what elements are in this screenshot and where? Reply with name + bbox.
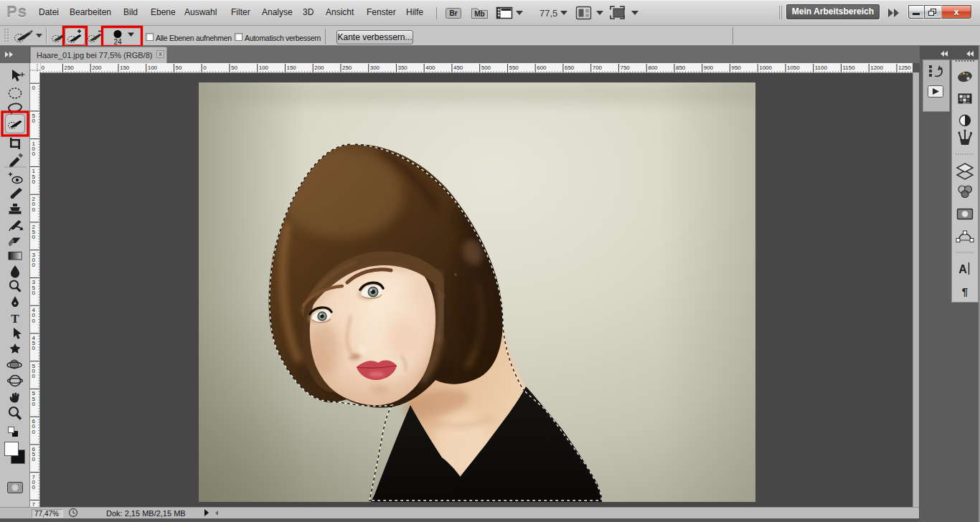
svg-text:350: 350 [397, 65, 407, 71]
svg-text:300: 300 [370, 65, 380, 71]
svg-text:250: 250 [32, 224, 36, 240]
svg-text:600: 600 [32, 418, 36, 435]
svg-text:50: 50 [231, 65, 237, 71]
svg-text:500: 500 [481, 65, 491, 71]
svg-text:650: 650 [565, 65, 575, 71]
svg-text:T: T [11, 312, 19, 326]
svg-text:750: 750 [32, 501, 36, 507]
svg-text:950: 950 [731, 65, 741, 71]
svg-text:100: 100 [32, 141, 36, 157]
svg-text:800: 800 [648, 65, 658, 71]
svg-text:1050: 1050 [787, 65, 800, 71]
svg-text:0: 0 [203, 65, 207, 71]
svg-text:550: 550 [32, 390, 36, 407]
svg-text:400: 400 [32, 307, 36, 323]
svg-text:1150: 1150 [842, 65, 855, 71]
svg-text:350: 350 [32, 279, 36, 295]
svg-text:0: 0 [32, 85, 36, 91]
svg-text:¶: ¶ [962, 285, 968, 298]
svg-text:100: 100 [259, 65, 269, 71]
svg-text:1250: 1250 [898, 65, 911, 71]
svg-text:1200: 1200 [870, 65, 883, 71]
svg-text:200: 200 [32, 196, 36, 212]
svg-text:750: 750 [620, 65, 630, 71]
svg-text:250: 250 [342, 65, 352, 71]
svg-text:100: 100 [148, 65, 158, 71]
svg-text:400: 400 [425, 65, 435, 71]
svg-text:200: 200 [92, 65, 102, 71]
svg-text:Mb: Mb [474, 10, 484, 18]
svg-text:150: 150 [32, 168, 36, 184]
svg-text:A: A [958, 263, 967, 275]
svg-text:550: 550 [509, 65, 519, 71]
svg-text:600: 600 [537, 65, 547, 71]
svg-text:450: 450 [32, 335, 36, 351]
svg-text:200: 200 [314, 65, 324, 71]
svg-text:50: 50 [175, 65, 182, 71]
svg-text:150: 150 [286, 65, 296, 71]
svg-text:700: 700 [593, 65, 603, 71]
svg-text:250: 250 [64, 65, 74, 71]
svg-text:1000: 1000 [759, 65, 772, 71]
svg-text:450: 450 [453, 65, 463, 71]
svg-text:500: 500 [32, 363, 36, 379]
svg-text:700: 700 [32, 474, 36, 490]
svg-text:1100: 1100 [815, 65, 828, 71]
svg-text:850: 850 [676, 65, 686, 71]
svg-text:300: 300 [32, 252, 36, 268]
svg-text:77,5: 77,5 [540, 8, 557, 19]
svg-text:24: 24 [113, 38, 122, 46]
svg-text:150: 150 [120, 65, 130, 71]
svg-text:Br: Br [449, 9, 457, 17]
svg-text:650: 650 [32, 446, 36, 462]
svg-text:0: 0 [42, 65, 45, 71]
svg-text:50: 50 [32, 113, 36, 124]
svg-text:900: 900 [704, 65, 714, 71]
